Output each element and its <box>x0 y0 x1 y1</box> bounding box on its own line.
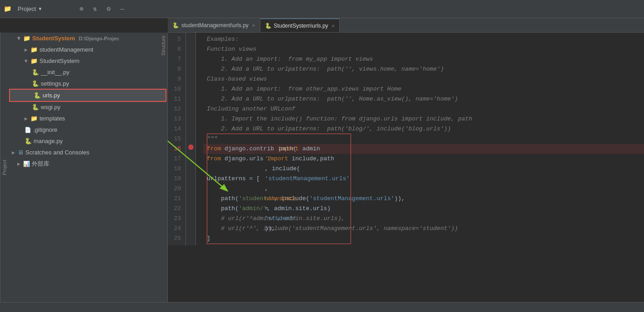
arrows-icon-btn[interactable]: ⇅ <box>89 4 100 14</box>
ln-9: 9 <box>170 74 183 84</box>
scratches-label: Scratches and Consoles <box>25 149 89 156</box>
project-vertical-label: Project <box>2 159 7 175</box>
code-line-8: 2. Add a URL to urlpatterns: path('', vi… <box>203 64 644 74</box>
tab-file-icon-2: 🐍 <box>265 23 272 29</box>
tab-label-2: StudentSystem\urls.py <box>274 23 328 29</box>
fold-15 <box>196 112 203 122</box>
settings-py-icon: 🐍 <box>32 80 39 87</box>
triangle-open-icon: ▶ <box>17 37 21 40</box>
settings-py-label: settings.py <box>41 80 69 87</box>
bar-chart-icon: 📊 <box>23 161 30 167</box>
sidebar-item-wsgi-py[interactable]: 🐍 wsgi.py <box>8 101 167 113</box>
breakpoint-gutter <box>186 33 196 245</box>
tab-studentsystem-urls[interactable]: 🐍 StudentSystem\urls.py × <box>260 19 340 32</box>
fold-8 <box>196 43 203 53</box>
dropdown-arrow-icon: ▼ <box>38 6 42 11</box>
ln-21: 21 <box>170 194 183 204</box>
ln-11: 11 <box>170 94 183 104</box>
sidebar-item-templates[interactable]: ▶ 📁 templates <box>8 113 167 124</box>
ln-16: 16 <box>170 144 183 154</box>
triangle-open-icon-2: ▶ <box>24 59 29 62</box>
root-label: StudentSystem <box>32 35 75 42</box>
title-bar: 📁 Project ▼ ⊕ ⇅ ⚙ — <box>0 0 644 18</box>
wsgi-py-icon: 🐍 <box>32 104 39 110</box>
tab-studentmanagement-urls[interactable]: 🐍 studentManagement\urls.py × <box>168 19 260 32</box>
fold-24 <box>196 202 203 212</box>
sidebar-item-manage-py[interactable]: 🐍 manage.py <box>8 135 167 147</box>
main-content: Project ▶ 📁 StudentSystem D:\Django-Proj… <box>0 33 644 302</box>
code-line-5: Examples: <box>203 34 644 44</box>
status-bar <box>0 302 644 312</box>
templates-label: templates <box>39 115 65 122</box>
fold-10 <box>196 62 203 72</box>
ln-24: 24 <box>170 224 183 234</box>
code-line-13: 1. Import the include() function: from d… <box>203 114 644 124</box>
gear-icon-btn[interactable]: ⚙ <box>103 4 114 14</box>
sidebar-item-urls-py[interactable]: 🐍 urls.py <box>10 90 166 101</box>
sidebar: ▶ 📁 StudentSystem D:\Django-Projec ▶ 📁 s… <box>8 33 168 302</box>
sm-label: studentManagement <box>39 46 93 53</box>
code-line-11: 2. Add a URL to urlpatterns: path('', Ho… <box>203 94 644 104</box>
fold-17 <box>196 132 203 142</box>
ln-6: 6 <box>170 44 183 54</box>
sidebar-item-studentmanagement[interactable]: ▶ 📁 studentManagement <box>8 44 167 55</box>
fold-14 <box>196 102 203 112</box>
folder-icon-templates: 📁 <box>30 115 38 122</box>
fold-25 <box>196 212 203 222</box>
manage-py-icon: 🐍 <box>24 138 32 144</box>
tab-close-icon-2[interactable]: × <box>332 23 335 29</box>
code-line-14: 2. Add a URL to urlpatterns: path('blog/… <box>203 124 644 134</box>
sidebar-item-studentsystem-folder[interactable]: ▶ 📁 StudentSystem <box>8 55 167 67</box>
ln-8: 8 <box>170 64 183 74</box>
ln-23: 23 <box>170 214 183 224</box>
folder-icon-sm: 📁 <box>30 46 38 53</box>
code-line-9: Class-based views <box>203 74 644 84</box>
code-line-7: 1. Add an import: from my_app import vie… <box>203 54 644 64</box>
fold-22 <box>196 182 203 192</box>
ln-20: 20 <box>170 184 183 194</box>
sidebar-item-gitignore[interactable]: 📄 .gitignore <box>8 124 167 135</box>
gitignore-icon: 📄 <box>24 127 31 133</box>
tab-file-icon: 🐍 <box>172 22 179 29</box>
urls-py-label: urls.py <box>43 92 60 99</box>
sidebar-item-init-py[interactable]: 🐍 __init__.py <box>8 67 167 78</box>
ln-25: 25 <box>170 234 183 244</box>
fold-12 <box>196 82 203 92</box>
triangle-templates-icon: ▶ <box>24 116 28 121</box>
sidebar-item-settings-py[interactable]: 🐍 settings.py <box>8 78 167 89</box>
app-container: 📁 Project ▼ ⊕ ⇅ ⚙ — 🐍 studentManagement\… <box>0 0 644 312</box>
project-tab-vertical[interactable]: Project <box>0 33 8 302</box>
folder-icon-root: 📁 <box>23 35 30 42</box>
sidebar-item-studentsystem-root[interactable]: ▶ 📁 StudentSystem D:\Django-Projec <box>8 33 167 44</box>
sidebar-item-external-libs[interactable]: ▶ 📊 外部库 <box>8 158 167 169</box>
ln-12: 12 <box>170 104 183 114</box>
gitignore-label: .gitignore <box>33 126 57 133</box>
code-area: 5 6 7 8 9 10 11 12 13 14 15 16 1 <box>168 33 644 245</box>
minimize-icon-btn[interactable]: — <box>117 4 127 14</box>
fold-19 <box>196 152 203 162</box>
fold-23 <box>196 192 203 202</box>
ln-7: 7 <box>170 54 183 64</box>
title-bar-left: 📁 Project ▼ ⊕ ⇅ ⚙ — <box>4 4 171 14</box>
ln-13: 13 <box>170 114 183 124</box>
wsgi-py-label: wsgi.py <box>41 104 60 110</box>
external-libs-label: 外部库 <box>32 160 49 168</box>
tab-label: studentManagement\urls.py <box>181 22 249 29</box>
tab-bar: 🐍 studentManagement\urls.py × 🐍 StudentS… <box>168 18 644 33</box>
fold-9 <box>196 53 203 62</box>
breakpoint-marker <box>188 144 194 150</box>
structure-tab[interactable]: Structure <box>159 33 168 58</box>
sidebar-item-scratches[interactable]: ▶ 🖥 Scratches and Consoles <box>8 147 167 158</box>
line-numbers-area: 5 6 7 8 9 10 11 12 13 14 15 16 1 <box>168 33 203 245</box>
code-line-20: path( '' , include( 'studentManagement.u… <box>203 184 644 194</box>
tab-close-icon[interactable]: × <box>252 23 255 28</box>
editor[interactable]: 5 6 7 8 9 10 11 12 13 14 15 16 1 <box>168 33 644 245</box>
fold-11 <box>196 72 203 82</box>
fold-16 <box>196 122 203 132</box>
ln-19: 19 <box>170 174 183 184</box>
ss-label: StudentSystem <box>39 58 79 64</box>
globe-icon-btn[interactable]: ⊕ <box>76 4 87 14</box>
project-dropdown[interactable]: Project ▼ <box>15 5 45 13</box>
fold-18 <box>196 142 203 152</box>
project-label: Project <box>18 5 36 12</box>
